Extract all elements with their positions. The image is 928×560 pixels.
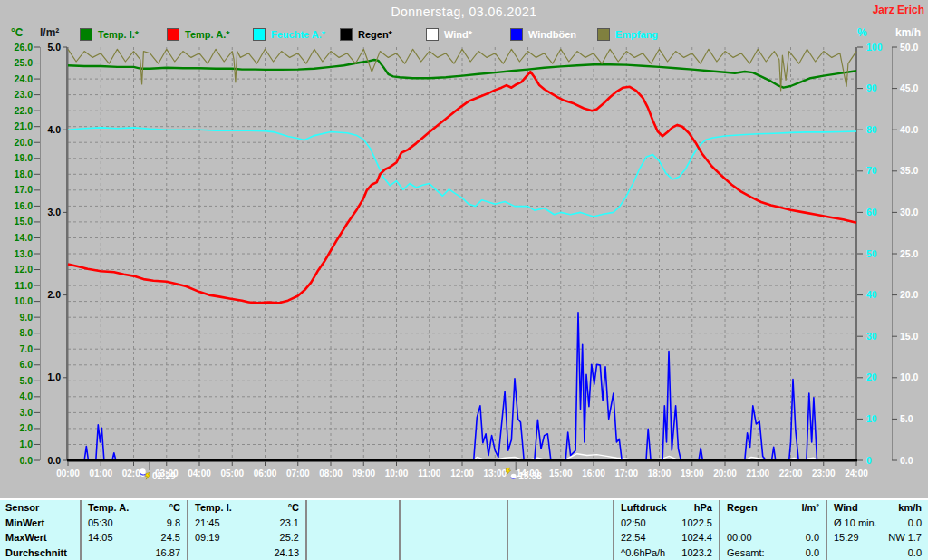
stats-cell-temp-i-avg: 24.13 — [188, 546, 305, 560]
time-marker-label: 02:29 — [152, 471, 176, 481]
stats-cell-temp-a-max: 14:0524.5 — [82, 530, 187, 546]
stats-cell-temp-i-min: 21:4523.1 — [188, 516, 305, 531]
cell-value: 1022.5 — [682, 517, 712, 528]
stats-row-label-minwert: MinWert — [0, 516, 80, 531]
series-temp-a — [68, 72, 856, 303]
stats-cell-empty-2-min — [401, 516, 507, 531]
stats-table: SensorMinWertMaxWertDurchschnittTemp. A.… — [0, 498, 928, 560]
svg-text:21:00: 21:00 — [746, 468, 769, 478]
stats-cell-regen-min — [720, 516, 826, 531]
cell-time-label: 05:30 — [88, 517, 113, 528]
cell-time-label: 02:50 — [621, 517, 646, 528]
cell-time-label: 15:29 — [834, 532, 859, 543]
svg-text:22:00: 22:00 — [779, 468, 803, 478]
cell-value: 0.0 — [806, 547, 819, 558]
cell-time-label: Gesamt: — [727, 547, 765, 558]
stats-column-empty-2 — [399, 500, 507, 560]
y-axis-temp: 0.01.02.03.04.05.06.07.08.09.010.011.012… — [14, 42, 40, 466]
y-axis-rain: 0.01.02.03.04.05.0 — [47, 42, 67, 466]
x-axis-labels: 00:0001:0002:0003:0004:0005:0006:0007:00… — [56, 461, 868, 478]
svg-text:20.0: 20.0 — [14, 137, 34, 148]
svg-text:10:00: 10:00 — [385, 468, 409, 478]
stats-cell-temp-a-min: 05:309.8 — [82, 516, 187, 531]
stats-row-label-maxwert: MaxWert — [0, 530, 80, 546]
cell-time-label: 21:45 — [195, 517, 220, 528]
stats-column-empty-1 — [305, 500, 399, 560]
stats-cell-regen-avg: Gesamt:0.0 — [720, 546, 826, 560]
stats-cell-regen-header: Regenl/m² — [720, 500, 826, 516]
weather-chart: 0.01.02.03.04.05.06.07.08.09.010.011.012… — [0, 0, 928, 498]
svg-text:11.0: 11.0 — [14, 280, 33, 291]
cell-value: 1023.2 — [682, 547, 712, 558]
time-marker-label: 13:38 — [518, 471, 542, 481]
cell-time-label: Luftdruck — [621, 502, 667, 513]
stats-cell-empty-1-max — [307, 530, 399, 546]
stats-cell-empty-1-header — [307, 500, 399, 516]
svg-text:15:00: 15:00 — [549, 468, 573, 478]
svg-text:15.0: 15.0 — [900, 331, 919, 342]
stats-cell-empty-2-max — [401, 530, 507, 546]
svg-text:5.0: 5.0 — [19, 375, 33, 386]
cell-value: l/m² — [801, 502, 819, 513]
svg-text:8.0: 8.0 — [19, 327, 33, 338]
svg-text:04:00: 04:00 — [188, 468, 211, 478]
svg-text:16:00: 16:00 — [582, 468, 605, 478]
stats-cell-luftdruck-min: 02:501022.5 — [614, 516, 719, 531]
cell-value: hPa — [694, 502, 712, 513]
stats-cell-wind-avg: 0.0 — [827, 546, 928, 560]
svg-text:3.0: 3.0 — [47, 207, 61, 217]
stats-cell-empty-3-avg — [508, 546, 613, 560]
svg-text:30: 30 — [866, 331, 877, 342]
stats-column-luftdruck: LuftdruckhPa02:501022.522:541024.4^0.6hP… — [613, 500, 719, 560]
svg-text:16.0: 16.0 — [14, 200, 34, 211]
stats-cell-wind-min: Ø 10 min.0.0 — [827, 516, 928, 531]
stats-cell-empty-3-min — [508, 516, 613, 531]
cell-value: 1024.4 — [682, 532, 712, 543]
svg-text:24:00: 24:00 — [845, 468, 868, 478]
time-marker-13-38: 13:38 — [506, 461, 542, 481]
stats-cell-wind-header: Windkm/h — [827, 500, 928, 516]
stats-cell-empty-3-max — [508, 530, 613, 546]
svg-text:08:00: 08:00 — [319, 468, 343, 478]
cell-value: 23.1 — [280, 517, 299, 528]
cell-value: NW 1.7 — [888, 532, 922, 543]
svg-text:12:00: 12:00 — [450, 468, 474, 478]
svg-text:50.0: 50.0 — [900, 42, 919, 53]
svg-text:23.0: 23.0 — [14, 89, 34, 100]
svg-text:10.0: 10.0 — [14, 295, 34, 306]
stats-cell-temp-a-avg: 16.87 — [82, 546, 187, 560]
cell-value: 24.5 — [161, 532, 180, 543]
cell-value: 24.13 — [274, 547, 299, 558]
svg-text:0: 0 — [866, 455, 872, 466]
cell-time-label: 14:05 — [88, 532, 113, 543]
cell-value: 16.87 — [155, 547, 180, 558]
cell-value: 0.0 — [908, 517, 922, 528]
svg-text:30.0: 30.0 — [900, 207, 919, 217]
stats-cell-empty-2-avg — [401, 546, 507, 560]
svg-text:11:00: 11:00 — [418, 468, 440, 478]
svg-text:40: 40 — [866, 289, 877, 300]
svg-text:60: 60 — [866, 207, 877, 217]
svg-text:20: 20 — [866, 372, 877, 382]
svg-text:01:00: 01:00 — [89, 468, 112, 478]
stats-cell-temp-a-header: Temp. A.°C — [82, 500, 187, 516]
cell-time-label: Ø 10 min. — [834, 517, 877, 528]
svg-text:35.0: 35.0 — [900, 165, 919, 176]
svg-text:45.0: 45.0 — [900, 82, 919, 93]
stats-cell-temp-i-header: Temp. I.°C — [188, 500, 305, 516]
svg-text:50: 50 — [866, 248, 877, 259]
stats-cell-temp-i-max: 09:1925.2 — [188, 530, 305, 546]
svg-text:25.0: 25.0 — [14, 57, 34, 68]
svg-text:20.0: 20.0 — [900, 289, 919, 300]
stats-cell-luftdruck-avg: ^0.6hPa/h1023.2 — [614, 546, 719, 560]
svg-text:0.0: 0.0 — [900, 455, 914, 466]
y-axis-humidity: 0102030405060708090100 — [857, 42, 883, 466]
cell-time-label: 22:54 — [621, 532, 646, 543]
svg-text:24.0: 24.0 — [14, 73, 34, 84]
cell-value: °C — [169, 502, 180, 513]
stats-cell-empty-2-header — [401, 500, 507, 516]
stats-cell-luftdruck-max: 22:541024.4 — [614, 530, 719, 546]
stats-row-label-sensor: Sensor — [0, 500, 80, 516]
svg-text:17.0: 17.0 — [14, 184, 34, 195]
svg-text:23:00: 23:00 — [812, 468, 836, 478]
